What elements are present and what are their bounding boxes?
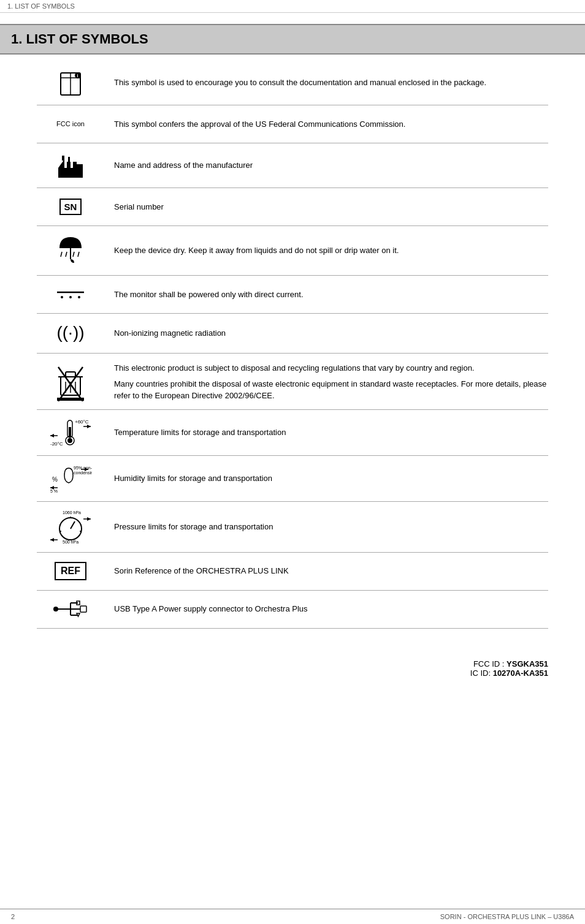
- svg-rect-33: [69, 427, 71, 437]
- svg-point-18: [61, 296, 63, 298]
- svg-line-50: [71, 521, 75, 529]
- serial-desc: Serial number: [104, 201, 548, 213]
- ic-id-label: IC ID:: [470, 668, 491, 678]
- pressure-icon-cell: 1060 hPa 500 hPa: [37, 509, 104, 545]
- temperature-desc: Temperature limits for storage and trans…: [104, 426, 548, 439]
- fcc-id-value: YSGKA351: [507, 659, 548, 668]
- svg-marker-6: [58, 159, 64, 168]
- recycling-desc: This electronic product is subject to di…: [104, 362, 548, 402]
- info-book-icon-cell: i: [37, 68, 104, 97]
- keep-dry-desc: Keep the device dry. Keep it away from l…: [104, 244, 548, 257]
- manufacturer-icon-cell: [37, 151, 104, 180]
- svg-point-19: [69, 296, 72, 298]
- svg-marker-57: [50, 538, 54, 542]
- pressure-icon: 1060 hPa 500 hPa: [49, 509, 92, 545]
- serial-icon-cell: SN: [37, 199, 104, 215]
- ref-icon: REF: [55, 562, 86, 580]
- svg-point-61: [53, 607, 58, 612]
- svg-marker-59: [87, 517, 91, 521]
- content-area: i This symbol is used to encourage you t…: [0, 55, 585, 641]
- top-bar-label: 1. LIST OF SYMBOLS: [7, 2, 75, 10]
- svg-rect-7: [67, 162, 71, 168]
- symbol-row-temperature: -20°C +60°C Temperature limits for stora…: [37, 410, 548, 456]
- fcc-id-line: FCC ID : YSGKA351: [0, 659, 548, 668]
- fcc-icon: FCC icon: [56, 120, 85, 128]
- svg-rect-9: [77, 164, 83, 168]
- symbol-row-non-ionizing: ((·)) Non-ionizing magnetic radiation: [37, 314, 548, 354]
- symbol-row-recycling: This electronic product is subject to di…: [37, 354, 548, 410]
- recycling-icon: [56, 365, 85, 401]
- svg-text:i: i: [77, 74, 78, 78]
- dc-power-icon: [56, 287, 85, 302]
- recycling-icon-cell: [37, 362, 104, 401]
- ref-desc: Sorin Reference of the ORCHESTRA PLUS LI…: [104, 565, 548, 577]
- footer-page-number: 2: [11, 913, 15, 920]
- usb-desc: USB Type A Power supply connector to Orc…: [104, 603, 548, 615]
- svg-text:condensing: condensing: [74, 471, 92, 475]
- symbol-row-usb: USB Type A Power supply connector to Orc…: [37, 591, 548, 629]
- svg-marker-38: [50, 434, 54, 437]
- svg-rect-30: [57, 398, 84, 401]
- humidity-icon: % 95% non- condensing 5 %: [49, 463, 92, 494]
- svg-rect-10: [62, 156, 64, 161]
- usb-icon: [53, 599, 88, 619]
- dc-power-icon-cell: [37, 287, 104, 302]
- svg-rect-11: [68, 157, 70, 162]
- section-title: 1. LIST OF SYMBOLS: [11, 31, 148, 47]
- pressure-desc: Pressure limits for storage and transpor…: [104, 521, 548, 533]
- info-book-icon: i: [56, 68, 85, 97]
- serial-number-icon: SN: [59, 199, 82, 215]
- svg-line-13: [61, 252, 62, 257]
- fcc-id-section: FCC ID : YSGKA351 IC ID: 10270A-KA351: [0, 641, 585, 684]
- section-header: 1. LIST OF SYMBOLS: [0, 24, 585, 55]
- svg-text:5 %: 5 %: [50, 489, 58, 493]
- symbol-row-ref: REF Sorin Reference of the ORCHESTRA PLU…: [37, 553, 548, 591]
- symbol-row-fcc: FCC icon This symbol confers the approva…: [37, 105, 548, 143]
- temperature-icon-cell: -20°C +60°C: [37, 417, 104, 448]
- non-ionizing-desc: Non-ionizing magnetic radiation: [104, 327, 548, 339]
- svg-line-15: [73, 252, 74, 257]
- manufacturer-icon: [56, 151, 85, 180]
- svg-point-34: [67, 438, 72, 443]
- svg-text:+60°C: +60°C: [75, 419, 89, 425]
- fcc-id-label: FCC ID :: [473, 659, 505, 668]
- svg-line-14: [66, 252, 67, 257]
- svg-rect-24: [66, 372, 75, 377]
- info-book-desc: This symbol is used to encourage you to …: [104, 77, 548, 89]
- footer-bar: 2 SORIN - ORCHESTRA PLUS LINK – U386A: [0, 909, 585, 924]
- manufacturer-desc: Name and address of the manufacturer: [104, 159, 548, 172]
- keep-dry-icon-cell: [37, 233, 104, 268]
- svg-text:95% non-: 95% non-: [74, 466, 92, 470]
- svg-rect-66: [77, 601, 80, 605]
- svg-text:-20°C: -20°C: [50, 441, 63, 447]
- fcc-icon-cell: FCC icon: [37, 120, 104, 128]
- symbol-row-pressure: 1060 hPa 500 hPa Pressure limits for sto…: [37, 502, 548, 553]
- dc-desc: The monitor shall be powered only with d…: [104, 289, 548, 301]
- svg-marker-40: [87, 425, 91, 428]
- humidity-desc: Humidity limits for storage and transpor…: [104, 472, 548, 485]
- svg-rect-8: [73, 162, 77, 168]
- svg-marker-67: [77, 613, 80, 616]
- recycling-desc2: Many countries prohibit the disposal of …: [114, 378, 548, 402]
- symbol-row-keep-dry: Keep the device dry. Keep it away from l…: [37, 226, 548, 276]
- fcc-desc: This symbol confers the approval of the …: [104, 118, 548, 131]
- svg-point-20: [78, 296, 80, 298]
- symbol-row-serial: SN Serial number: [37, 188, 548, 226]
- symbol-row-manufacturer: Name and address of the manufacturer: [37, 143, 548, 188]
- recycling-desc1: This electronic product is subject to di…: [114, 362, 548, 374]
- svg-text:%: %: [52, 476, 58, 483]
- symbol-row-dc: The monitor shall be powered only with d…: [37, 276, 548, 314]
- svg-text:((·)): ((·)): [56, 323, 84, 342]
- top-bar: 1. LIST OF SYMBOLS: [0, 0, 585, 13]
- humidity-icon-cell: % 95% non- condensing 5 %: [37, 463, 104, 494]
- ref-icon-cell: REF: [37, 562, 104, 580]
- temperature-icon: -20°C +60°C: [49, 417, 92, 448]
- footer-document-name: SORIN - ORCHESTRA PLUS LINK – U386A: [440, 913, 574, 920]
- symbol-row-humidity: % 95% non- condensing 5 % Humidity limit…: [37, 456, 548, 502]
- svg-text:1060 hPa: 1060 hPa: [63, 510, 81, 515]
- ic-id-value: 10270A-KA351: [493, 668, 548, 678]
- keep-dry-icon: [56, 233, 85, 268]
- ic-id-line: IC ID: 10270A-KA351: [0, 668, 548, 678]
- usb-icon-cell: [37, 599, 104, 619]
- svg-rect-69: [80, 606, 86, 612]
